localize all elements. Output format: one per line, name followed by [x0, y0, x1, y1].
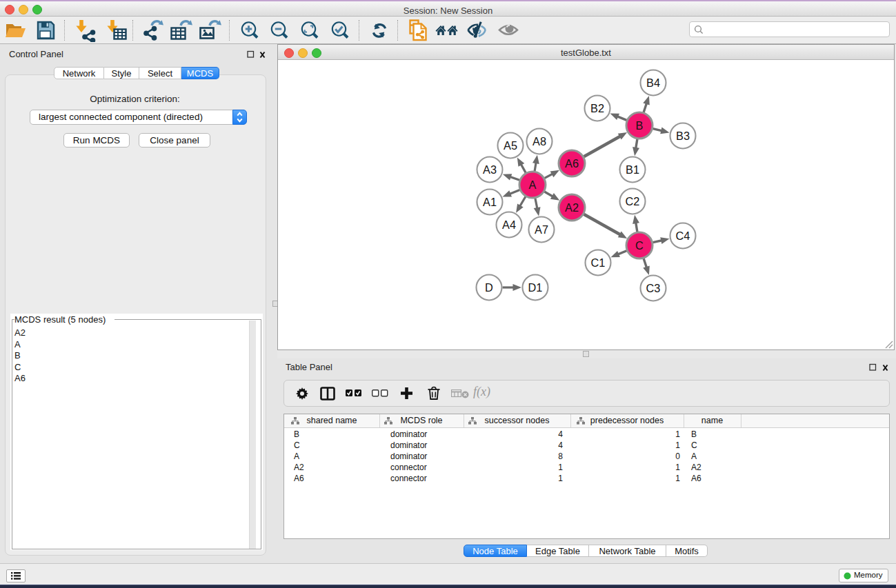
svg-text:A2: A2	[565, 201, 579, 214]
svg-text:C3: C3	[646, 282, 661, 294]
svg-text:D1: D1	[528, 281, 543, 294]
svg-text:B: B	[636, 119, 644, 132]
svg-text:A7: A7	[535, 223, 548, 236]
svg-text:A: A	[529, 179, 537, 191]
svg-text:B3: B3	[676, 130, 690, 142]
svg-text:D: D	[485, 281, 493, 294]
svg-text:A8: A8	[532, 135, 546, 148]
svg-text:A5: A5	[504, 139, 517, 152]
svg-text:C4: C4	[676, 230, 690, 242]
svg-text:C2: C2	[626, 195, 640, 207]
svg-text:B2: B2	[590, 102, 604, 114]
svg-text:A6: A6	[565, 157, 579, 170]
svg-text:B1: B1	[626, 163, 639, 176]
svg-text:A1: A1	[483, 196, 497, 208]
svg-text:B4: B4	[646, 77, 660, 89]
svg-text:A3: A3	[483, 163, 497, 176]
svg-text:A4: A4	[502, 219, 516, 231]
svg-text:C: C	[635, 239, 644, 252]
svg-text:C1: C1	[591, 256, 606, 269]
